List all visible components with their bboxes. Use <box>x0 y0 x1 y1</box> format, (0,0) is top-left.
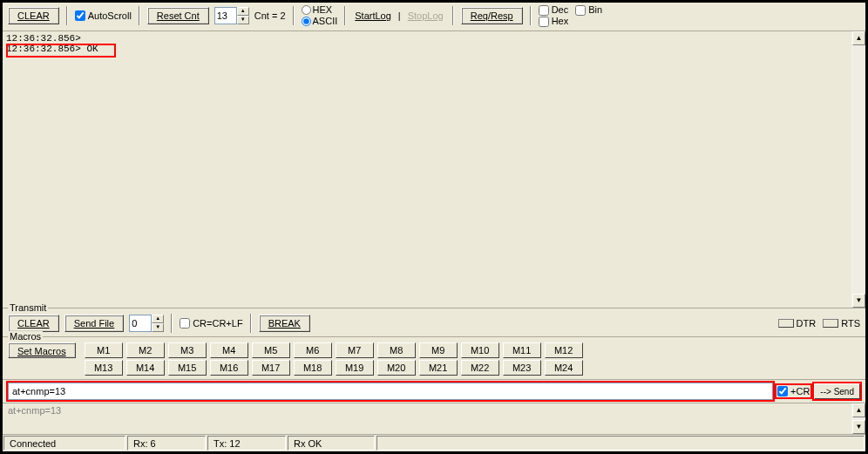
command-input[interactable] <box>8 383 773 400</box>
macro-m20-button[interactable]: M20 <box>377 360 416 376</box>
hex-radio[interactable]: HEX <box>302 4 338 16</box>
transmit-legend: Transmit <box>8 302 48 313</box>
rts-indicator[interactable]: RTS <box>823 318 860 329</box>
separator <box>344 6 346 25</box>
macro-m22-button[interactable]: M22 <box>461 360 499 376</box>
transmit-spinner[interactable]: ▲ ▼ <box>129 315 164 332</box>
macro-m21-button[interactable]: M21 <box>419 360 458 376</box>
ascii-radio[interactable]: ASCII <box>302 16 338 27</box>
status-connected: Connected <box>3 436 125 451</box>
spin-up-icon[interactable]: ▲ <box>152 315 164 323</box>
receive-toolbar: CLEAR AutoScroll Reset Cnt ▲ ▼ Cnt = 2 H… <box>3 3 865 31</box>
status-rx: Rx: 6 <box>127 436 206 451</box>
separator <box>293 6 295 25</box>
macro-m17-button[interactable]: M17 <box>252 360 290 376</box>
send-button[interactable]: --> Send <box>814 383 860 399</box>
stoplog-link: StopLog <box>406 10 445 21</box>
log-text[interactable]: at+cnmp=13 <box>3 403 851 434</box>
clear-button[interactable]: CLEAR <box>8 7 59 24</box>
format-radio-group: HEX ASCII <box>302 4 338 27</box>
transmit-group: Transmit CLEAR Send File ▲ ▼ CR=CR+LF BR… <box>3 308 865 336</box>
cnt-spin-input[interactable] <box>214 7 237 24</box>
macro-m4-button[interactable]: M4 <box>210 342 248 358</box>
macro-m3-button[interactable]: M3 <box>168 342 207 358</box>
receive-line-ok: 12:36:32.856> OK <box>6 44 98 54</box>
macro-m19-button[interactable]: M19 <box>336 360 374 376</box>
separator <box>66 6 68 25</box>
macro-m5-button[interactable]: M5 <box>252 342 290 358</box>
log-area: at+cnmp=13 ▲ ▼ <box>3 403 865 434</box>
separator <box>530 6 532 25</box>
separator <box>171 314 173 333</box>
transmit-spin-input[interactable] <box>129 315 152 332</box>
macro-button-grid: M1M2M3M4M5M6M7M8M9M10M11M12 M13M14M15M16… <box>85 342 583 376</box>
receive-text[interactable]: 12:36:32.856> 12:36:32.856> OK <box>3 31 851 308</box>
macro-m10-button[interactable]: M10 <box>461 342 499 358</box>
macro-m15-button[interactable]: M15 <box>168 360 207 376</box>
separator <box>452 6 454 25</box>
autoscroll-label: AutoScroll <box>88 10 132 21</box>
macro-m16-button[interactable]: M16 <box>210 360 248 376</box>
macro-m1-button[interactable]: M1 <box>85 342 123 358</box>
numformat-checks: Dec Bin Hex <box>539 4 602 27</box>
macro-m6-button[interactable]: M6 <box>294 342 332 358</box>
startlog-link[interactable]: StartLog <box>353 10 393 21</box>
status-empty <box>376 436 865 451</box>
spin-down-icon[interactable]: ▼ <box>237 16 249 24</box>
dec-checkbox[interactable]: Dec <box>539 4 569 16</box>
receive-line: 12:36:32.856> <box>6 33 81 44</box>
macro-m13-button[interactable]: M13 <box>85 360 123 376</box>
macros-group: Macros Set Macros M1M2M3M4M5M6M7M8M9M10M… <box>3 336 865 379</box>
macro-m12-button[interactable]: M12 <box>545 342 583 358</box>
send-file-button[interactable]: Send File <box>64 315 124 332</box>
cr-checkbox[interactable]: +CR <box>776 385 810 397</box>
receive-scrollbar[interactable]: ▲ ▼ <box>851 31 865 308</box>
bin-checkbox[interactable]: Bin <box>575 4 602 16</box>
crlf-checkbox[interactable]: CR=CR+LF <box>180 318 242 329</box>
macro-m9-button[interactable]: M9 <box>419 342 458 358</box>
log-separator: | <box>398 10 401 21</box>
cnt-label: Cnt = 2 <box>254 10 286 21</box>
reset-cnt-button[interactable]: Reset Cnt <box>147 7 209 24</box>
separator <box>250 314 252 333</box>
macros-legend: Macros <box>8 331 43 342</box>
dtr-indicator[interactable]: DTR <box>778 318 817 329</box>
macro-m14-button[interactable]: M14 <box>126 360 165 376</box>
separator <box>139 6 140 25</box>
cnt-spinner[interactable]: ▲ ▼ <box>214 7 249 24</box>
scroll-down-icon[interactable]: ▼ <box>852 420 865 434</box>
autoscroll-checkbox[interactable]: AutoScroll <box>75 10 132 21</box>
set-macros-button[interactable]: Set Macros <box>8 342 76 358</box>
scroll-track[interactable] <box>852 45 865 294</box>
macro-m23-button[interactable]: M23 <box>503 360 541 376</box>
macro-m18-button[interactable]: M18 <box>294 360 332 376</box>
status-tx: Tx: 12 <box>207 436 286 451</box>
macro-m11-button[interactable]: M11 <box>503 342 541 358</box>
status-rxok: Rx OK <box>288 436 375 451</box>
macro-m7-button[interactable]: M7 <box>336 342 374 358</box>
macro-m24-button[interactable]: M24 <box>545 360 583 376</box>
app-window: CLEAR AutoScroll Reset Cnt ▲ ▼ Cnt = 2 H… <box>0 0 868 454</box>
autoscroll-input[interactable] <box>75 10 85 21</box>
log-scrollbar[interactable]: ▲ ▼ <box>851 403 865 434</box>
scroll-up-icon[interactable]: ▲ <box>852 403 865 417</box>
command-row: +CR --> Send <box>3 379 865 403</box>
spin-up-icon[interactable]: ▲ <box>237 7 249 16</box>
break-button[interactable]: BREAK <box>259 315 310 332</box>
scroll-up-icon[interactable]: ▲ <box>852 31 865 45</box>
transmit-clear-button[interactable]: CLEAR <box>8 315 59 332</box>
scroll-down-icon[interactable]: ▼ <box>852 294 865 308</box>
macro-m8-button[interactable]: M8 <box>377 342 416 358</box>
macro-m2-button[interactable]: M2 <box>126 342 165 358</box>
receive-area: 12:36:32.856> 12:36:32.856> OK ▲ ▼ <box>3 31 865 308</box>
spin-down-icon[interactable]: ▼ <box>152 323 164 332</box>
hex-checkbox[interactable]: Hex <box>539 16 602 27</box>
status-bar: Connected Rx: 6 Tx: 12 Rx OK <box>3 434 865 451</box>
reqresp-button[interactable]: Req/Resp <box>461 7 523 24</box>
